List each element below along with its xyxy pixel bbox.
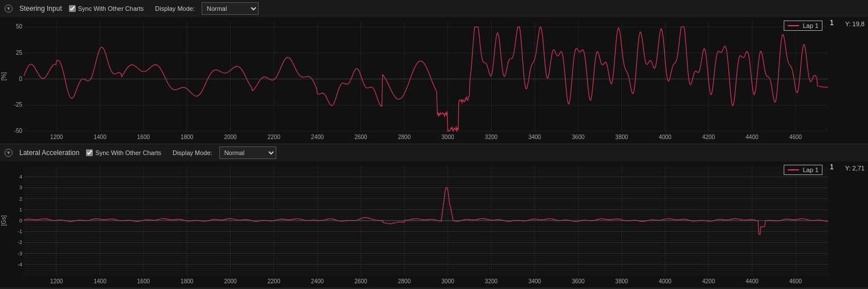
y-value-lateral: Y: 2,71 <box>845 165 865 172</box>
legend-label-lateral: Lap 1 <box>803 166 818 173</box>
legend-label-steering: Lap 1 <box>803 22 818 29</box>
chart-header-steering: ▼ Steering Input Sync With Other Charts … <box>0 0 868 17</box>
sync-checkbox-steering[interactable]: Sync With Other Charts <box>69 5 144 12</box>
sync-label-steering: Sync With Other Charts <box>78 5 144 12</box>
y-value-steering: Y: 19,8 <box>845 21 865 27</box>
sync-input-lateral[interactable] <box>86 149 93 156</box>
steering-input-chart: ▼ Steering Input Sync With Other Charts … <box>0 0 868 144</box>
chart-number-steering: 1 <box>830 18 834 27</box>
legend-steering: Lap 1 <box>784 21 822 31</box>
chart-body-lateral: 1 Lap 1 Y: 2,71 <box>0 161 868 288</box>
chart-header-lateral: ▼ Lateral Acceleration Sync With Other C… <box>0 144 868 161</box>
legend-line-lateral <box>788 169 799 170</box>
display-mode-select-steering[interactable]: Normal Normalized Differential <box>202 2 259 15</box>
display-mode-select-lateral[interactable]: Normal Normalized Differential <box>219 146 276 159</box>
collapse-icon-steering[interactable]: ▼ <box>5 5 13 13</box>
steering-canvas <box>0 17 868 144</box>
sync-label-lateral: Sync With Other Charts <box>95 149 161 156</box>
display-mode-label-steering: Display Mode: <box>155 5 195 12</box>
legend-lateral: Lap 1 <box>784 165 822 175</box>
chart-title-lateral: Lateral Acceleration <box>19 149 79 157</box>
sync-input-steering[interactable] <box>69 5 76 12</box>
chart-number-lateral: 1 <box>830 162 834 171</box>
chart-title-steering: Steering Input <box>19 5 62 13</box>
display-mode-label-lateral: Display Mode: <box>173 149 212 156</box>
lateral-acceleration-chart: ▼ Lateral Acceleration Sync With Other C… <box>0 144 868 288</box>
lateral-canvas <box>0 161 868 288</box>
legend-line-steering <box>788 25 799 26</box>
sync-checkbox-lateral[interactable]: Sync With Other Charts <box>86 149 161 156</box>
chart-body-steering: 1 Lap 1 Y: 19,8 <box>0 17 868 144</box>
collapse-icon-lateral[interactable]: ▼ <box>5 149 13 157</box>
